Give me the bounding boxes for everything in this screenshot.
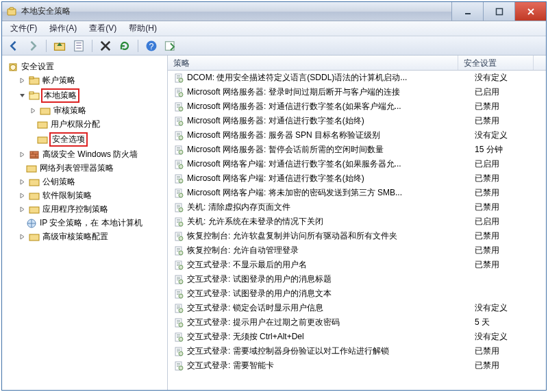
chevron-right-icon[interactable]	[18, 206, 26, 213]
svg-rect-2	[465, 13, 471, 14]
chevron-right-icon[interactable]	[29, 107, 37, 114]
policy-icon	[173, 360, 184, 371]
up-button[interactable]	[52, 38, 67, 53]
policy-row[interactable]: 交互式登录: 锁定会话时显示用户信息没有定义	[168, 301, 546, 315]
svg-rect-129	[177, 365, 180, 365]
maximize-button[interactable]	[483, 2, 514, 21]
delete-button[interactable]	[98, 38, 113, 53]
tree-local[interactable]: 本地策略	[17, 88, 166, 103]
policy-setting: 没有定义	[472, 130, 543, 141]
svg-rect-118	[177, 334, 180, 335]
policy-row[interactable]: 恢复控制台: 允许软盘复制并访问所有驱动器和所有文件夹已禁用	[168, 229, 546, 243]
window-title: 本地安全策略	[21, 5, 451, 17]
menu-view[interactable]: 查看(V)	[84, 21, 122, 36]
policy-row[interactable]: Microsoft 网络服务器: 对通信进行数字签名(如果客户端允...已禁用	[168, 99, 546, 114]
tree-account[interactable]: 帐户策略	[17, 74, 166, 87]
svg-rect-120	[177, 337, 179, 338]
policy-row[interactable]: Microsoft 网络服务器: 对通信进行数字签名(始终)已禁用	[168, 114, 546, 128]
tree-user-rights-label: 用户权限分配	[51, 119, 100, 130]
policy-setting: 已禁用	[472, 259, 543, 271]
menu-file[interactable]: 文件(F)	[5, 21, 42, 36]
chevron-right-icon[interactable]	[18, 151, 26, 158]
policy-row[interactable]: 关机: 清除虚拟内存页面文件已禁用	[168, 200, 546, 215]
menu-help[interactable]: 帮助(H)	[123, 21, 162, 36]
tree-ipsec[interactable]: IP 安全策略，在 本地计算机	[17, 217, 166, 230]
tree-software-restrict-label: 软件限制策略	[42, 190, 92, 201]
policy-icon	[173, 217, 184, 228]
svg-rect-24	[29, 207, 39, 213]
policy-row[interactable]: 恢复控制台: 允许自动管理登录已禁用	[168, 243, 546, 258]
svg-point-111	[179, 308, 183, 313]
firewall-icon	[29, 149, 40, 160]
svg-rect-88	[177, 248, 180, 249]
policy-row[interactable]: Microsoft 网络服务器: 暂停会话前所需的空闲时间数量15 分钟	[168, 143, 546, 157]
tree-software-restrict[interactable]: 软件限制策略	[17, 189, 166, 202]
svg-rect-23	[29, 193, 39, 199]
policy-row[interactable]: Microsoft 网络服务器: 服务器 SPN 目标名称验证级别没有定义	[168, 128, 546, 143]
tree-user-rights[interactable]: 用户权限分配	[28, 118, 166, 131]
refresh-button[interactable]	[117, 38, 132, 53]
tree-audit[interactable]: 审核策略	[28, 104, 166, 117]
ipsec-icon	[26, 218, 37, 229]
tree-firewall[interactable]: 高级安全 Windows 防火墙	[17, 148, 166, 161]
policy-row[interactable]: 交互式登录: 试图登录的用户的消息文本	[168, 286, 546, 301]
policy-row[interactable]: Microsoft 网络服务器: 登录时间过期后断开与客户端的连接已启用	[168, 85, 546, 99]
svg-rect-103	[177, 291, 180, 292]
properties-button[interactable]	[71, 38, 86, 53]
svg-point-131	[179, 366, 183, 370]
tree-netlist-label: 网络列表管理器策略	[40, 162, 114, 174]
chevron-right-icon[interactable]	[18, 233, 26, 241]
policy-row[interactable]: DCOM: 使用安全描述符定义语言(SDDL)语法的计算机启动...没有定义	[168, 71, 546, 85]
chevron-down-icon[interactable]	[18, 92, 26, 99]
tree-security-options[interactable]: 安全选项	[28, 132, 166, 147]
policy-row[interactable]: 交互式登录: 不显示最后的用户名已禁用	[168, 258, 546, 272]
tree-ipsec-label: IP 安全策略，在 本地计算机	[40, 217, 142, 229]
policy-icon	[173, 73, 184, 84]
tree-app-control[interactable]: 应用程序控制策略	[17, 203, 166, 216]
back-button[interactable]	[6, 38, 21, 53]
tree-adv-audit[interactable]: 高级审核策略配置	[17, 230, 166, 243]
policy-setting: 已启用	[472, 86, 543, 98]
policy-row[interactable]: Microsoft 网络客户端: 对通信进行数字签名(如果服务器允...已启用	[168, 157, 546, 171]
tree-netlist[interactable]: 网络列表管理器策略	[17, 162, 166, 175]
policy-setting: 已禁用	[472, 115, 543, 127]
svg-rect-16	[29, 92, 34, 94]
svg-rect-75	[177, 208, 179, 208]
policy-setting: 已启用	[472, 158, 543, 170]
forward-button[interactable]	[25, 38, 40, 53]
close-button[interactable]	[514, 2, 546, 21]
tree-root-label: 安全设置	[21, 61, 54, 73]
svg-point-86	[179, 236, 183, 241]
svg-point-41	[179, 107, 183, 111]
svg-rect-8	[76, 47, 82, 48]
tree-pane[interactable]: 安全设置 帐户策略	[2, 56, 168, 390]
policy-setting: 已启用	[472, 216, 543, 228]
column-policy[interactable]: 策略	[168, 56, 458, 70]
policy-name: Microsoft 网络服务器: 对通信进行数字签名(始终)	[187, 115, 472, 127]
export-button[interactable]	[163, 38, 178, 53]
tree-root[interactable]: 安全设置	[6, 60, 166, 73]
policy-setting: 已禁用	[472, 173, 543, 184]
tree-pubkey[interactable]: 公钥策略	[17, 175, 166, 188]
policy-row[interactable]: 关机: 允许系统在未登录的情况下关闭已启用	[168, 215, 546, 229]
policy-row[interactable]: 交互式登录: 无须按 Ctrl+Alt+Del没有定义	[168, 330, 546, 344]
column-setting[interactable]: 安全设置	[458, 56, 534, 70]
policy-row[interactable]: 交互式登录: 试图登录的用户的消息标题	[168, 272, 546, 286]
policy-name: 交互式登录: 试图登录的用户的消息标题	[187, 273, 472, 285]
policy-row[interactable]: 交互式登录: 需要域控制器身份验证以对工作站进行解锁已禁用	[168, 344, 546, 358]
chevron-right-icon[interactable]	[18, 77, 26, 84]
menu-action[interactable]: 操作(A)	[44, 21, 82, 36]
policy-row[interactable]: 交互式登录: 需要智能卡已禁用	[168, 358, 546, 373]
chevron-right-icon[interactable]	[18, 192, 26, 199]
policy-row[interactable]: Microsoft 网络客户端: 将未加密的密码发送到第三方 SMB...已禁用	[168, 186, 546, 200]
titlebar: 本地安全策略	[2, 2, 546, 21]
policy-row[interactable]: 交互式登录: 提示用户在过期之前更改密码5 天	[168, 315, 546, 330]
policy-icon	[173, 346, 184, 357]
folder-icon	[26, 163, 37, 174]
help-button[interactable]: ?	[144, 38, 159, 53]
policy-row[interactable]: Microsoft 网络客户端: 对通信进行数字签名(始终)已禁用	[168, 171, 546, 186]
svg-rect-35	[177, 93, 179, 93]
chevron-right-icon[interactable]	[18, 178, 26, 186]
minimize-button[interactable]	[451, 2, 483, 21]
list-body[interactable]: DCOM: 使用安全描述符定义语言(SDDL)语法的计算机启动...没有定义Mi…	[168, 71, 546, 390]
